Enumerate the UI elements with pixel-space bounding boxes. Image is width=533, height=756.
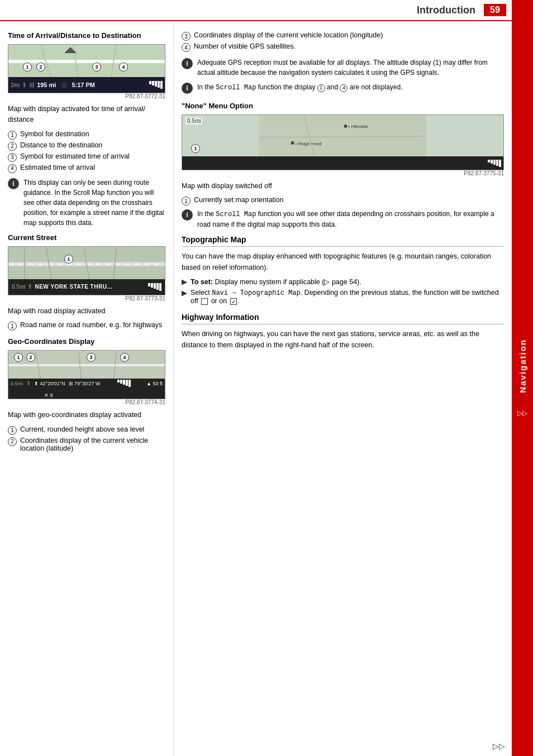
none-map-dist: 0.5mi [185,117,202,125]
road-map-ref: P82.87-3773-31 [8,295,165,302]
geo-map-ref: P82.87-3774-31 [8,399,165,405]
geo-badge-2: 2 [26,353,35,362]
info-none-text: In the Scroll Map function you will see … [197,209,504,229]
info-box-arrival: i This display can only be seen during r… [8,178,165,228]
none-map-desc: Map with display switched off [182,181,504,192]
page-header: Introduction 59 [0,0,512,21]
current-street-heading: Current Street [8,233,165,242]
section-time-arrival: Time of Arrival/Distance to Destination [8,31,165,228]
road-circle-1: 1 [8,322,17,331]
geo-badge-3: 3 [87,353,96,362]
right-circle-4: 4 [182,43,191,52]
info-text-arrival: This display can only be seen during rou… [23,178,165,228]
circle-4: 4 [8,164,17,173]
signal-bars-geo [117,380,131,387]
info-icon-none: i [182,209,193,221]
none-circle-1: 1 [182,197,191,205]
header-title: Introduction [417,4,475,16]
right-list-item-4: 4 Number of visible GPS satellites. [182,42,504,52]
checkbox-off [201,298,208,305]
section-topographic: Topographic Map You can have the map dis… [182,235,504,305]
map-badge-4: 4 [119,63,128,71]
road-bar: 0.5mi ⬆ NEW YORK STATE THRU... [8,279,165,295]
section-current-street: Current Street 1 0.5mi [8,233,165,331]
map-badge-road-1: 1 [64,255,73,264]
none-map-bar [182,156,503,170]
side-tab-label: Navigation [518,339,527,393]
signal-bars-none [488,160,501,167]
scroll-map-code-1: Scroll Map [216,84,256,92]
arrival-map-desc: Map with display activated for time of a… [8,104,165,126]
scroll-map-code-2: Scroll Map [216,210,256,218]
info-box-gps: i Adequate GPS reception must be availab… [182,58,504,78]
geo-badge-1: 1 [14,353,23,362]
section-geo-coords: Geo-Coordinates Display 1 2 3 4 [8,337,165,452]
list-item-1: 1 Symbol for destination [8,130,165,140]
page-container: Introduction 59 Navigation ▷▷ Time of Ar… [0,0,533,756]
main-content: Time of Arrival/Distance to Destination [0,21,512,756]
geo-map-desc: Map with geo-coordinates display activat… [8,410,165,420]
highway-heading: Highway Information [182,313,504,324]
info-gps-text: Adequate GPS reception must be available… [197,58,504,78]
svg-text:• Ridge Hood: • Ridge Hood [296,141,322,146]
section-highway: Highway Information When driving on high… [182,313,504,351]
geo-item-2-text: Coordinates display of the current vehic… [20,437,165,452]
checkbox-on [230,298,237,305]
geo-map-image: 1 2 3 4 0.5mi ⬆ ⬆ 42°20'01"N ⊞ 79°30'27 … [8,350,165,399]
right-column: 3 Coordinates display of the current veh… [173,21,512,756]
topo-bullet-2-text: Select Navi → Topographic Map. Depending… [191,289,504,305]
side-tab-arrows: ▷▷ [517,409,527,417]
list-item-2: 2 Distance to the destination [8,141,165,151]
info-icon-scroll: i [182,83,193,94]
arrival-map-ref: P82.87-3772-31 [8,93,165,99]
none-map-image: • Hillsdale • Ridge Hood 0.5mi 1 [182,114,504,170]
geo-circle-2: 2 [8,437,17,446]
list-item-4: 4 Estimated time of arrival [8,164,165,173]
arrival-map-image: 1 2 3 4 2mi ⬆ ⊞ 195 mi ◎ 5:17 PM [8,44,165,93]
signal-bars-road [148,283,161,291]
right-item-4-text: Number of visible GPS satellites. [194,42,296,50]
highway-text: When driving on highways, you can have t… [182,329,504,351]
road-item-text: Road name or road number, e.g. for highw… [20,321,162,329]
none-map-ref: P82.87-3775-31 [182,170,504,176]
page-number: 59 [484,4,506,16]
svg-point-21 [291,141,294,145]
info-icon-1: i [8,178,19,189]
circle-1: 1 [8,131,17,140]
item-4-text: Estimated time of arrival [20,164,95,171]
circle-2: 2 [8,142,17,151]
right-item-3-text: Coordinates display of the current vehic… [194,31,383,39]
info-box-scroll: i In the Scroll Map function the display… [182,82,504,94]
topo-desc: You can have the map display enhanced wi… [182,251,504,273]
road-name: NEW YORK STATE THRU... [35,284,112,290]
signal-bars [149,81,163,89]
geo-list-item-1: 1 Current, rounded height above sea leve… [8,425,165,435]
none-menu-heading: "None" Menu Option [182,102,504,110]
item-2-text: Distance to the destination [20,141,102,149]
svg-text:• Hillsdale: • Hillsdale [349,124,369,129]
arrow-icon-1: ▶ [182,277,187,286]
item-1-text: Symbol for destination [20,130,89,138]
arrival-map-bar: 2mi ⬆ ⊞ 195 mi ◎ 5:17 PM [8,77,165,93]
geo-badge-4: 4 [120,353,129,362]
none-item-text: Currently set map orientation [194,196,284,204]
side-tab: Navigation ▷▷ [512,0,533,756]
footer-arrows: ▷▷ [493,741,505,750]
navi-topo-code: Navi → Topographic Map [212,289,300,297]
topo-bullet-2: ▶ Select Navi → Topographic Map. Dependi… [182,289,504,305]
none-list-item-1: 1 Currently set map orientation [182,196,504,205]
topo-bullet-1-text: To set: Display menu system if applicabl… [191,277,361,286]
road-map-image: 1 0.5mi ⬆ NEW YORK STATE THRU... [8,246,165,295]
map-distance: 195 mi [37,82,56,88]
map-badge-3: 3 [92,63,101,71]
circle-3: 3 [8,153,17,162]
geo-bar: 0.5mi ⬆ ⬆ 42°20'01"N ⊞ 79°30'27 W ▲ 50 [8,379,165,399]
info-icon-gps: i [182,58,193,69]
right-list-item-3: 3 Coordinates display of the current veh… [182,31,504,41]
geo-list-item-2: 2 Coordinates display of the current veh… [8,437,165,452]
left-column: Time of Arrival/Distance to Destination [0,21,173,756]
info-box-none: i In the Scroll Map function you will se… [182,209,504,229]
item-3-text: Symbol for estimated time of arrival [20,152,130,160]
section-none-menu: "None" Menu Option • Hillsdale • Ridge H… [182,102,504,229]
geo-circle-1: 1 [8,426,17,435]
